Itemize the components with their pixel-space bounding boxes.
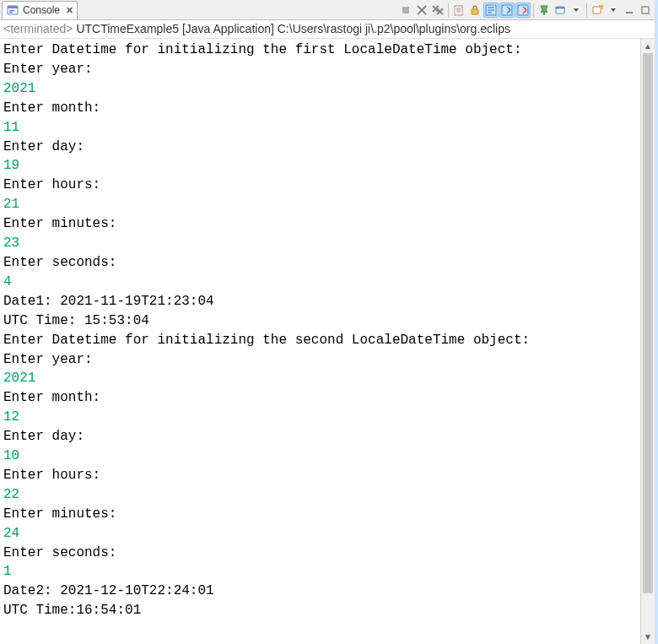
- svg-rect-1: [8, 6, 18, 8]
- terminate-icon[interactable]: [398, 3, 413, 18]
- close-icon[interactable]: ✕: [66, 5, 73, 16]
- scrollbar-thumb[interactable]: [643, 53, 653, 593]
- clear-console-icon[interactable]: [451, 3, 467, 18]
- console-output-line: Enter month:: [3, 99, 637, 118]
- console-output-line: Enter year:: [3, 350, 637, 370]
- console-input-line: 11: [3, 118, 637, 138]
- console-output-line: Enter minutes:: [3, 214, 637, 234]
- tab-label: Console: [23, 4, 60, 16]
- show-when-stdout-icon[interactable]: [499, 3, 515, 18]
- console-output-line: Enter seconds:: [3, 544, 637, 563]
- open-console-icon[interactable]: [590, 3, 605, 18]
- console-toolbar: [398, 1, 653, 19]
- svg-point-26: [601, 6, 603, 8]
- dropdown-arrow-icon[interactable]: [569, 3, 584, 18]
- status-tag: <terminated>: [3, 22, 76, 35]
- svg-rect-4: [402, 7, 409, 14]
- minimize-icon[interactable]: [622, 3, 637, 18]
- console-output-line: Enter minutes:: [3, 505, 637, 524]
- svg-rect-28: [642, 7, 649, 14]
- show-when-stderr-icon[interactable]: [515, 3, 531, 18]
- console-input-line: 2021: [3, 79, 637, 99]
- separator: [533, 3, 534, 17]
- status-app: UTCTimeExample5 [Java Application]: [76, 22, 277, 35]
- console-output-line: Enter month:: [3, 388, 637, 408]
- svg-rect-27: [626, 12, 633, 14]
- vertical-scrollbar[interactable]: ▲ ▼: [640, 39, 655, 644]
- scroll-lock-icon[interactable]: [467, 3, 483, 18]
- console-input-line: 12: [3, 408, 637, 427]
- remove-launch-icon[interactable]: [414, 3, 429, 18]
- console-input-line: 2021: [3, 369, 637, 388]
- launch-status: <terminated> UTCTimeExample5 [Java Appli…: [0, 20, 655, 39]
- console-output-line: Enter hours:: [3, 466, 637, 485]
- svg-rect-24: [556, 7, 564, 9]
- console-output-line: Enter Datetime for initializing the seco…: [3, 331, 637, 350]
- svg-rect-3: [9, 12, 13, 13]
- console-input-line: 24: [3, 524, 637, 544]
- console-output-line: Enter day:: [3, 427, 637, 446]
- console-output-line: UTC Time: 15:53:04: [3, 311, 637, 331]
- console-input-line: 22: [3, 485, 637, 505]
- console-output-line: Enter seconds:: [3, 253, 637, 273]
- console-output-line: Enter hours:: [3, 176, 637, 195]
- console-output-line: Enter year:: [3, 60, 637, 79]
- svg-rect-2: [9, 10, 14, 11]
- separator: [448, 3, 449, 17]
- console-output-line: Date1: 2021-11-19T21:23:04: [3, 292, 637, 311]
- console-input-line: 4: [3, 273, 637, 292]
- svg-rect-25: [593, 7, 601, 14]
- scroll-up-icon[interactable]: ▲: [641, 39, 655, 53]
- maximize-icon[interactable]: [638, 3, 653, 18]
- console-icon: [6, 3, 19, 17]
- display-selected-console-icon[interactable]: [553, 3, 568, 18]
- console-output-line: UTC Time:16:54:01: [3, 601, 637, 620]
- console-input-line: 23: [3, 234, 637, 253]
- scroll-down-icon[interactable]: ▼: [641, 630, 655, 644]
- word-wrap-icon[interactable]: [483, 3, 499, 18]
- console-output-line: Enter day:: [3, 138, 637, 157]
- separator: [586, 3, 587, 17]
- console-input-line: 21: [3, 195, 637, 214]
- svg-rect-15: [472, 9, 478, 14]
- pin-console-icon[interactable]: [537, 3, 552, 18]
- console-output-line: Enter Datetime for initializing the firs…: [3, 41, 637, 60]
- dropdown-arrow-icon[interactable]: [606, 3, 621, 18]
- status-path: C:\Users\rastogi ji\.p2\pool\plugins\org…: [278, 22, 510, 35]
- console-input-line: 10: [3, 446, 637, 466]
- console-input-line: 19: [3, 156, 637, 176]
- console-area: Enter Datetime for initializing the firs…: [0, 39, 655, 644]
- remove-all-icon[interactable]: [430, 3, 445, 18]
- console-input-line: 1: [3, 562, 637, 582]
- view-tab-bar: Console ✕: [0, 0, 655, 20]
- console-output[interactable]: Enter Datetime for initializing the firs…: [0, 39, 640, 644]
- tab-console[interactable]: Console ✕: [2, 1, 78, 19]
- console-output-line: Date2: 2021-12-10T22:24:01: [3, 582, 637, 601]
